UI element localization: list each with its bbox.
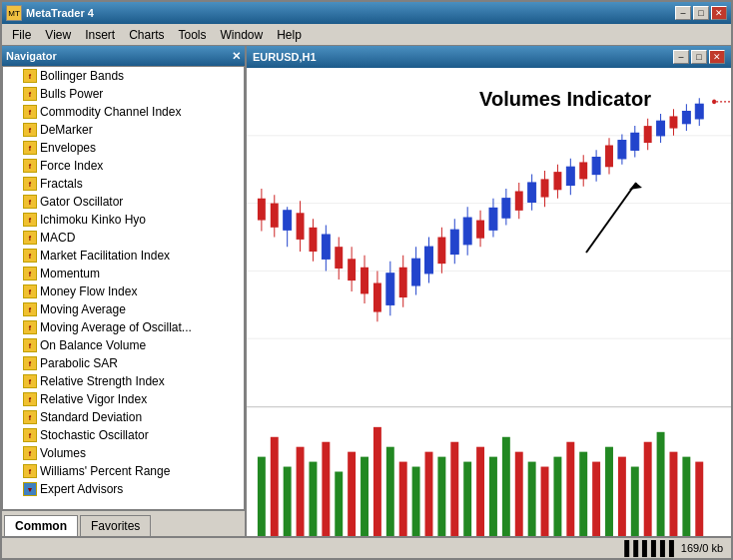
svg-rect-8: [271, 204, 279, 228]
menu-bar: File View Insert Charts Tools Window Hel…: [2, 24, 731, 46]
navigator-close-button[interactable]: ✕: [232, 50, 241, 63]
minimize-button[interactable]: –: [675, 6, 691, 20]
list-item[interactable]: f Market Facilitation Index: [3, 247, 244, 265]
list-item[interactable]: f Envelopes: [3, 139, 244, 157]
list-item[interactable]: f Volumes: [3, 444, 244, 462]
list-item[interactable]: ▼ Expert Advisors: [3, 480, 244, 498]
close-button[interactable]: ✕: [711, 6, 727, 20]
list-item[interactable]: f Gator Oscillator: [3, 193, 244, 211]
list-item[interactable]: f Relative Strength Index: [3, 372, 244, 390]
candle-svg: [247, 68, 731, 406]
list-item[interactable]: f Momentum: [3, 265, 244, 282]
list-item[interactable]: f Bulls Power: [3, 85, 244, 103]
item-label: Expert Advisors: [40, 482, 123, 496]
maximize-button[interactable]: □: [693, 6, 709, 20]
indicator-icon: f: [23, 392, 37, 406]
chart-close-button[interactable]: ✕: [709, 50, 725, 64]
list-item[interactable]: f On Balance Volume: [3, 336, 244, 354]
svg-rect-83: [284, 467, 292, 536]
list-item[interactable]: f Parabolic SAR: [3, 354, 244, 372]
candlestick-chart[interactable]: Volumes Indicator: [247, 68, 731, 406]
menu-tools[interactable]: Tools: [173, 26, 213, 44]
svg-point-76: [712, 99, 716, 104]
item-label: Stochastic Oscillator: [40, 428, 149, 442]
list-item[interactable]: f Bollinger Bands: [3, 67, 244, 85]
list-item[interactable]: f Moving Average: [3, 300, 244, 318]
svg-rect-113: [670, 452, 678, 536]
list-item[interactable]: f Commodity Channel Index: [3, 103, 244, 121]
item-label: Volumes: [40, 446, 86, 460]
indicator-icon: f: [23, 302, 37, 316]
svg-rect-112: [657, 432, 665, 536]
item-label: Moving Average of Oscillat...: [40, 320, 192, 334]
svg-rect-103: [541, 467, 549, 536]
indicator-icon: f: [23, 231, 37, 245]
svg-rect-107: [592, 462, 600, 536]
menu-charts[interactable]: Charts: [123, 26, 170, 44]
list-item[interactable]: f DeMarker: [3, 121, 244, 139]
svg-rect-104: [553, 457, 561, 536]
svg-rect-32: [425, 247, 433, 274]
svg-rect-111: [644, 442, 652, 536]
menu-window[interactable]: Window: [215, 26, 270, 44]
chart-maximize-button[interactable]: □: [691, 50, 707, 64]
svg-rect-88: [348, 452, 356, 536]
indicator-icon: f: [23, 159, 37, 173]
list-item[interactable]: f Relative Vigor Index: [3, 390, 244, 408]
svg-rect-68: [657, 121, 665, 136]
indicator-icon: f: [23, 87, 37, 101]
list-item[interactable]: f Moving Average of Oscillat...: [3, 318, 244, 336]
chart-minimize-button[interactable]: –: [673, 50, 689, 64]
volume-chart[interactable]: [247, 406, 731, 536]
svg-rect-64: [631, 133, 639, 150]
indicator-icon: f: [23, 320, 37, 334]
menu-help[interactable]: Help: [271, 26, 308, 44]
svg-rect-28: [399, 268, 407, 297]
item-label: Ichimoku Kinko Hyo: [40, 213, 146, 227]
main-area: Navigator ✕ f Bollinger Bands f Bulls Po…: [2, 46, 731, 536]
list-item[interactable]: f Standard Deviation: [3, 408, 244, 426]
svg-rect-58: [592, 158, 600, 175]
navigator-tree[interactable]: f Bollinger Bands f Bulls Power f Commod…: [2, 66, 245, 510]
list-item[interactable]: f Force Index: [3, 157, 244, 175]
item-label: Money Flow Index: [40, 284, 137, 298]
svg-rect-36: [450, 230, 458, 254]
status-bar: ▐▐▐▐▐▐ 169/0 kb: [2, 536, 731, 558]
svg-rect-84: [297, 447, 305, 536]
svg-rect-52: [553, 172, 561, 190]
list-item[interactable]: f Fractals: [3, 175, 244, 193]
svg-rect-66: [644, 126, 652, 143]
list-item[interactable]: f MACD: [3, 229, 244, 247]
item-label: Commodity Channel Index: [40, 105, 181, 119]
indicator-icon: f: [23, 284, 37, 298]
tab-favorites[interactable]: Favorites: [80, 515, 151, 536]
item-label: Market Facilitation Index: [40, 249, 170, 263]
svg-rect-72: [682, 112, 690, 124]
item-label: Bollinger Bands: [40, 69, 124, 83]
svg-rect-0: [247, 68, 731, 406]
indicator-icon: f: [23, 141, 37, 155]
indicator-icon: f: [23, 105, 37, 119]
list-item[interactable]: f Ichimoku Kinko Hyo: [3, 211, 244, 229]
svg-rect-38: [463, 218, 471, 245]
list-item[interactable]: f Money Flow Index: [3, 282, 244, 300]
indicator-icon: f: [23, 195, 37, 209]
indicator-icon: f: [23, 177, 37, 191]
svg-rect-93: [412, 467, 420, 536]
indicator-icon: f: [23, 428, 37, 442]
list-item[interactable]: f Williams' Percent Range: [3, 462, 244, 480]
menu-insert[interactable]: Insert: [79, 26, 121, 44]
svg-rect-109: [618, 457, 626, 536]
window-controls: – □ ✕: [675, 6, 727, 20]
menu-file[interactable]: File: [6, 26, 37, 44]
list-item[interactable]: f Stochastic Oscillator: [3, 426, 244, 444]
svg-rect-106: [579, 452, 587, 536]
navigator-panel: Navigator ✕ f Bollinger Bands f Bulls Po…: [2, 46, 247, 536]
indicator-icon: f: [23, 69, 37, 83]
tab-common[interactable]: Common: [4, 515, 78, 536]
svg-rect-74: [695, 104, 703, 119]
chart-area: EURUSD,H1 – □ ✕: [247, 46, 731, 536]
svg-rect-50: [541, 179, 549, 197]
menu-view[interactable]: View: [39, 26, 77, 44]
indicator-icon: f: [23, 446, 37, 460]
